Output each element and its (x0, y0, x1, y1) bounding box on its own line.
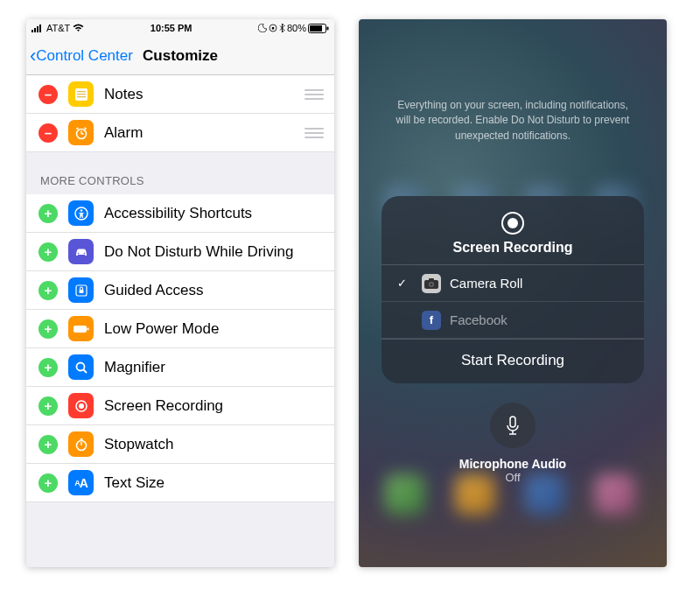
lock-icon (68, 277, 94, 303)
row-label: Stopwatch (104, 436, 324, 453)
more-row-stopwatch[interactable]: + Stopwatch (26, 425, 334, 464)
svg-point-36 (430, 283, 433, 285)
record-icon (68, 393, 94, 418)
battery-icon (308, 24, 329, 33)
microphone-state: Off (505, 471, 520, 484)
facebook-icon: f (422, 311, 441, 330)
svg-rect-37 (510, 417, 515, 427)
included-row-alarm[interactable]: – Alarm (26, 114, 334, 152)
page-title: Customize (143, 47, 218, 65)
row-label: Magnifier (104, 359, 324, 376)
svg-rect-2 (37, 26, 38, 32)
back-button[interactable]: ‹ Control Center (26, 45, 133, 67)
svg-rect-12 (77, 96, 86, 97)
add-button[interactable]: + (38, 473, 58, 493)
microphone-label: Microphone Audio (459, 457, 566, 471)
clock: 10:55 PM (150, 23, 192, 33)
included-controls-list: – Notes – Alarm (26, 75, 334, 152)
row-label: Accessibility Shortcuts (104, 205, 324, 222)
car-icon (68, 239, 94, 264)
more-controls-header: MORE CONTROLS (26, 152, 334, 194)
row-label: Low Power Mode (104, 320, 324, 338)
more-row-magnifier[interactable]: + Magnifier (26, 348, 334, 387)
reorder-handle[interactable] (304, 89, 324, 100)
svg-rect-32 (80, 438, 82, 440)
svg-line-16 (76, 128, 78, 130)
recording-hint-text: Everything on your screen, including not… (359, 98, 667, 144)
lock-rotation-icon (269, 24, 277, 32)
svg-point-20 (77, 252, 79, 254)
svg-rect-7 (310, 25, 322, 32)
row-label: Do Not Disturb While Driving (104, 243, 324, 261)
add-button[interactable]: + (38, 358, 58, 377)
svg-line-17 (84, 128, 86, 130)
svg-rect-25 (87, 327, 88, 330)
chevron-left-icon: ‹ (30, 45, 36, 67)
remove-button[interactable]: – (38, 85, 58, 104)
svg-rect-10 (77, 91, 86, 92)
svg-line-27 (83, 369, 87, 373)
carrier-label: AT&T (46, 23, 70, 33)
more-controls-list: + Accessibility Shortcuts + Do Not Distu… (26, 194, 334, 502)
svg-rect-3 (39, 25, 41, 32)
more-row-accessibility[interactable]: + Accessibility Shortcuts (26, 194, 334, 233)
nav-bar: ‹ Control Center Customize (26, 37, 334, 75)
row-label: Notes (104, 86, 304, 103)
more-row-text-size[interactable]: + AA Text Size (26, 464, 334, 502)
add-button[interactable]: + (38, 281, 58, 300)
add-button[interactable]: + (38, 242, 58, 262)
svg-point-19 (80, 209, 82, 212)
svg-rect-24 (74, 326, 87, 333)
moon-icon (258, 24, 267, 32)
panel-title: Screen Recording (453, 240, 573, 256)
battery-icon (68, 316, 94, 341)
more-row-low-power[interactable]: + Low Power Mode (26, 310, 334, 348)
accessibility-icon (68, 200, 94, 226)
svg-rect-8 (327, 26, 329, 30)
row-label: Guided Access (104, 282, 324, 299)
included-row-notes[interactable]: – Notes (26, 75, 334, 114)
start-recording-button[interactable]: Start Recording (382, 339, 644, 383)
add-button[interactable]: + (38, 435, 58, 454)
microphone-toggle[interactable] (490, 403, 536, 448)
row-label: Text Size (104, 474, 324, 492)
wifi-icon (73, 24, 84, 32)
svg-point-29 (79, 403, 84, 409)
screen-recording-panel: Screen Recording ✓ Camera Roll f Faceboo… (382, 196, 644, 383)
add-button[interactable]: + (38, 319, 58, 339)
more-row-dnd-driving[interactable]: + Do Not Disturb While Driving (26, 233, 334, 271)
destination-label: Camera Roll (450, 276, 522, 291)
row-label: Alarm (104, 124, 304, 142)
text-size-icon: AA (68, 470, 94, 495)
svg-rect-34 (429, 278, 434, 281)
row-label: Screen Recording (104, 397, 324, 415)
panel-header: Screen Recording (382, 212, 644, 265)
camera-icon (422, 274, 441, 293)
remove-button[interactable]: – (38, 123, 58, 143)
svg-rect-11 (77, 94, 86, 95)
svg-rect-0 (32, 30, 33, 32)
add-button[interactable]: + (38, 396, 58, 416)
more-row-screen-recording[interactable]: + Screen Recording (26, 387, 334, 425)
destination-label: Facebook (450, 312, 508, 327)
status-bar: AT&T 10:55 PM 80% (26, 19, 334, 37)
magnifier-icon (68, 354, 94, 380)
reorder-handle[interactable] (304, 128, 324, 138)
bluetooth-icon (279, 24, 285, 32)
left-phone-settings: AT&T 10:55 PM 80% ‹ Control Center (26, 19, 334, 567)
svg-rect-5 (272, 27, 274, 30)
checkmark-icon: ✓ (397, 277, 413, 290)
svg-point-21 (83, 252, 85, 254)
stopwatch-icon (68, 431, 94, 457)
svg-point-26 (76, 362, 84, 370)
record-icon (501, 212, 524, 235)
back-label: Control Center (36, 47, 133, 65)
right-phone-recording: Everything on your screen, including not… (359, 19, 667, 567)
alarm-icon (68, 120, 94, 145)
svg-rect-23 (79, 290, 83, 293)
destination-facebook[interactable]: f Facebook (382, 302, 644, 339)
add-button[interactable]: + (38, 204, 58, 223)
more-row-guided-access[interactable]: + Guided Access (26, 271, 334, 310)
battery-percent: 80% (287, 23, 306, 33)
destination-camera-roll[interactable]: ✓ Camera Roll (382, 265, 644, 302)
